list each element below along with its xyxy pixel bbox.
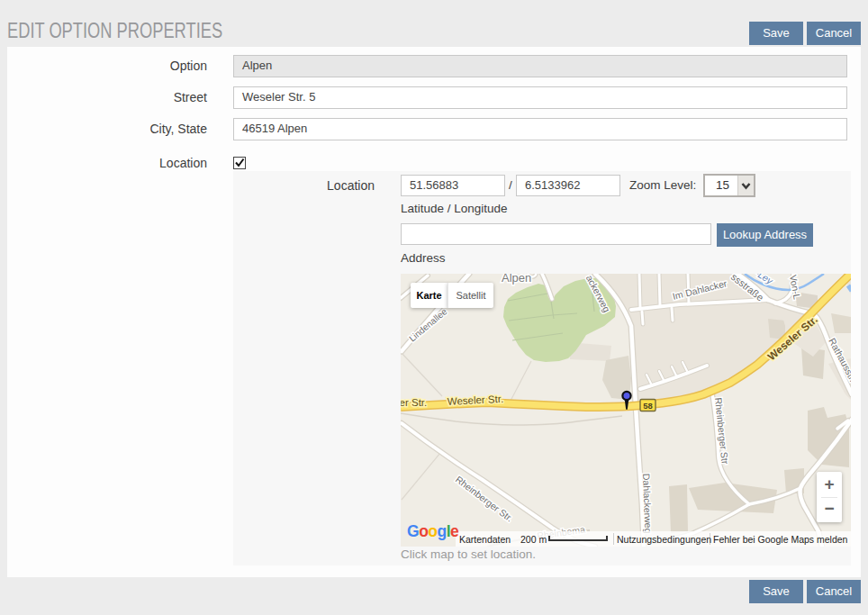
svg-text:Dahlackerweg: Dahlackerweg	[641, 474, 654, 534]
svg-text:Alpen: Alpen	[502, 274, 531, 285]
svg-text:ler Str.: ler Str.	[401, 397, 427, 408]
svg-text:Lindenallee: Lindenallee	[407, 306, 449, 344]
svg-text:58: 58	[643, 401, 653, 411]
